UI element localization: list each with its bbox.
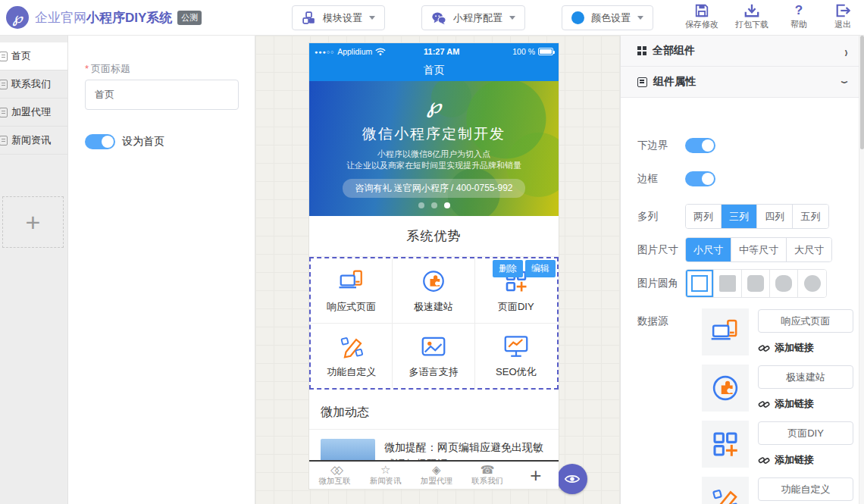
datasource-label: 数据源	[621, 315, 685, 328]
datasource-list: 添加链接 添加链接	[702, 308, 853, 504]
feature-label: 功能自定义	[327, 365, 376, 379]
app-title-light: 企业官网	[35, 11, 86, 25]
tab-agent[interactable]: ◈ 加盟代理	[411, 464, 462, 487]
border-label: 边框	[621, 172, 685, 186]
component-props-label: 组件属性	[653, 75, 844, 89]
datasource-item-pagediy: 添加链接	[702, 421, 853, 468]
page-diy-icon	[702, 421, 749, 468]
statusbar-time: 11:27 AM	[371, 47, 512, 56]
battery-percent: 100 %	[512, 47, 535, 56]
tab-label: 新闻资讯	[370, 476, 402, 487]
sidebar-item-news[interactable]: 新闻资讯	[0, 127, 67, 155]
color-settings-dropdown[interactable]: 颜色设置	[562, 5, 653, 30]
carrier-label: Applidium	[337, 47, 372, 56]
custom-function-icon	[702, 477, 749, 504]
responsive-page-icon	[338, 268, 365, 295]
seo-icon	[502, 333, 530, 360]
banner-cta-pill[interactable]: 咨询有礼 送官网小程序 / 400-0755-992	[343, 179, 524, 198]
save-button[interactable]: 保存修改	[685, 3, 718, 30]
page-title-input[interactable]	[85, 80, 239, 110]
help-icon: ?	[795, 3, 803, 18]
tab-add-button[interactable]: +	[513, 464, 559, 487]
add-page-button[interactable]: +	[2, 196, 64, 248]
edit-button[interactable]: 编辑	[525, 260, 556, 277]
beta-badge: 公测	[177, 11, 202, 25]
feature-label: 多语言支持	[409, 365, 458, 379]
feature-cell-fastbuild[interactable]: 极速建站	[393, 258, 474, 324]
help-button[interactable]: ? 帮助	[785, 3, 812, 30]
bottom-border-toggle[interactable]	[685, 138, 715, 153]
sidebar-item-agent[interactable]: 加盟代理	[0, 99, 67, 127]
tab-news[interactable]: ☆ 新闻资讯	[360, 464, 411, 487]
datasource-item-fastbuild: 添加链接	[702, 365, 853, 412]
multi-language-icon	[420, 333, 447, 360]
delete-button[interactable]: 删除	[493, 260, 523, 277]
bottom-border-row: 下边界	[621, 138, 859, 153]
columns-option-5[interactable]: 五列	[793, 205, 828, 228]
carousel-dot[interactable]	[418, 202, 424, 208]
chevron-down-icon	[637, 16, 643, 20]
feature-cell-responsive[interactable]: 响应式页面	[311, 258, 393, 324]
feature-cell-seo[interactable]: SEO优化	[475, 324, 557, 389]
page-item-label: 加盟代理	[11, 105, 51, 119]
sidebar-item-home[interactable]: 首页	[0, 42, 67, 70]
add-link-button[interactable]: 添加链接	[758, 397, 853, 411]
banner-logo-icon: ℘	[309, 93, 559, 118]
datasource-title-input[interactable]	[758, 365, 853, 389]
tab-label: 加盟代理	[421, 476, 452, 487]
fast-build-icon	[702, 365, 749, 412]
news-section-header: 微加动态	[309, 396, 559, 430]
help-label: 帮助	[790, 19, 807, 30]
banner-carousel[interactable]: ℘ 微信小程序定制开发 小程序以微信8亿用户为切入点 让企业以及商家在短时间里实…	[309, 81, 559, 216]
datasource-title-input[interactable]	[758, 309, 853, 333]
feature-cell-custom[interactable]: 功能自定义	[311, 324, 393, 389]
exit-button[interactable]: 退出	[829, 3, 856, 30]
sidebar-item-contact[interactable]: 联系我们	[0, 70, 67, 99]
carousel-dot[interactable]	[431, 202, 437, 208]
set-home-label: 设为首页	[122, 135, 164, 149]
download-icon	[744, 3, 759, 18]
page-item-label: 新闻资讯	[11, 133, 51, 147]
required-asterisk: *	[85, 63, 89, 74]
eye-icon	[564, 471, 581, 487]
all-components-header[interactable]: 全部组件 ›	[621, 36, 859, 67]
carousel-dot-active[interactable]	[444, 202, 450, 208]
tab-contact[interactable]: ☎ 联系我们	[462, 464, 512, 487]
feature-grid-cells: 响应式页面 极速建站 页面DIY 功能自定义	[311, 258, 557, 388]
datasource-title-input[interactable]	[758, 421, 853, 445]
header-menus: 模块设置 小程序配置 颜色设置	[292, 5, 653, 30]
preview-eye-button[interactable]	[557, 464, 587, 494]
chain-link-icon	[758, 454, 770, 466]
chevron-down-icon	[509, 16, 515, 20]
columns-option-3-active[interactable]: 三列	[722, 205, 757, 228]
tab-label: 微加互联	[319, 476, 351, 487]
tab-weijia[interactable]: ◇◇ 微加互联	[309, 464, 360, 487]
package-download-button[interactable]: 打包下载	[735, 3, 769, 30]
datasource-title-input[interactable]	[758, 477, 853, 501]
border-toggle[interactable]	[685, 171, 715, 186]
component-props-header[interactable]: 组件属性 ›	[621, 67, 859, 98]
add-link-button[interactable]: 添加链接	[758, 453, 853, 467]
selected-feature-grid[interactable]: 删除 编辑 响应式页面 极速建站 页面DIY	[309, 257, 559, 390]
page-doc-icon	[0, 80, 8, 89]
columns-option-4[interactable]: 四列	[757, 205, 793, 228]
module-settings-dropdown[interactable]: 模块设置	[292, 5, 385, 30]
fast-build-icon	[420, 268, 447, 295]
custom-function-icon	[338, 333, 365, 360]
image-size-medium[interactable]: 中等尺寸	[731, 238, 787, 261]
header-actions: 保存修改 打包下载 ? 帮助 退出	[685, 3, 856, 30]
add-link-button[interactable]: 添加链接	[758, 341, 853, 355]
image-size-small-active[interactable]: 小尺寸	[686, 238, 731, 261]
phone-tabbar: ◇◇ 微加互联 ☆ 新闻资讯 ◈ 加盟代理 ☎ 联系我们 +	[309, 460, 559, 489]
app-title-bold: 小程序DIY系统	[86, 11, 172, 25]
page-doc-icon	[0, 108, 8, 117]
columns-option-2[interactable]: 两列	[686, 205, 722, 228]
page-scrollbar[interactable]	[859, 36, 864, 504]
miniapp-config-dropdown[interactable]: 小程序配置	[421, 5, 525, 30]
feature-cell-multilang[interactable]: 多语言支持	[393, 324, 474, 389]
image-size-large[interactable]: 大尺寸	[787, 238, 831, 261]
plus-icon: +	[26, 208, 41, 237]
signal-dots-icon: ●●●○○	[315, 49, 334, 55]
scrollbar-thumb[interactable]	[860, 36, 864, 149]
set-home-toggle[interactable]	[85, 134, 115, 149]
